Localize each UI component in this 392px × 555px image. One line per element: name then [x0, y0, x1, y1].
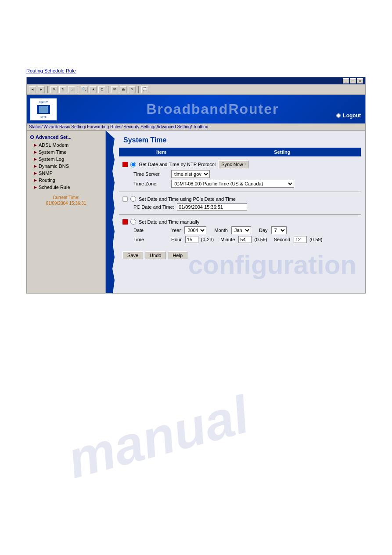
sidebar-item-adsl-modem[interactable]: ▶ ADSL Modem: [27, 141, 105, 149]
manual-time-row-inner: Time Hour (0-23) Minute (0-59) S: [133, 236, 357, 243]
pc-datetime-input[interactable]: [177, 203, 247, 210]
time-zone-select[interactable]: (GMT-08:00) Pacific Time (US & Canada): [171, 180, 294, 188]
forward-button[interactable]: ►: [38, 86, 45, 93]
sidebar-section-header: Advanced Set...: [27, 133, 105, 141]
hour-input[interactable]: [185, 236, 198, 243]
undo-button[interactable]: Undo: [145, 251, 166, 259]
day-label: Day: [259, 228, 268, 233]
minute-label: Minute: [220, 237, 235, 242]
manual-marker: [122, 219, 128, 225]
edit-icon[interactable]: ✎: [129, 86, 136, 93]
logout-button[interactable]: Logout: [343, 112, 361, 119]
sync-now-button[interactable]: Sync Now !: [218, 160, 249, 168]
logo-level-text: level*: [39, 100, 48, 104]
favorites-icon[interactable]: ★: [90, 86, 97, 93]
logo-box: [37, 105, 50, 114]
current-time-label: Current Time:: [27, 191, 105, 201]
separator-1: [47, 86, 48, 93]
manual-radio-row: Set Date and Time manually: [122, 219, 357, 225]
ntp-row: Get Date and Time by NTP Protocol Sync N…: [119, 156, 361, 192]
history-icon[interactable]: ⊙: [98, 86, 105, 93]
save-button[interactable]: Save: [122, 251, 143, 259]
second-input[interactable]: [294, 236, 307, 243]
content-panel: System Time Item Setting: [106, 131, 365, 293]
back-button[interactable]: ◄: [29, 86, 36, 93]
minute-input[interactable]: [238, 236, 252, 243]
logout-area: Logout: [336, 112, 361, 119]
search-icon[interactable]: 🔍: [81, 86, 88, 93]
logo-one-text: one: [40, 115, 46, 119]
sidebar-item-dynamic-dns[interactable]: ▶ Dynamic DNS: [27, 163, 105, 170]
top-link[interactable]: Routing Schedule Rule: [0, 0, 392, 77]
nav-wizard[interactable]: Wizard/: [43, 124, 58, 129]
arrow-icon: ▶: [34, 143, 37, 147]
time-label: Time: [133, 237, 169, 242]
time-server-select[interactable]: time.nist.gov: [171, 170, 210, 178]
pc-time-label: Set Date and Time using PC's Date and Ti…: [139, 196, 236, 202]
current-time-value: 01/09/2004 15:36:31: [27, 201, 105, 206]
logout-radio: [336, 113, 341, 118]
day-select[interactable]: 7: [271, 226, 287, 234]
time-zone-row: Time Zone (GMT-08:00) Pacific Time (US &…: [133, 180, 357, 188]
stop-button[interactable]: ✕: [50, 86, 58, 93]
main-content: Advanced Set... ▶ ADSL Modem ▶ System Ti…: [27, 131, 365, 293]
manual-radio[interactable]: [130, 219, 136, 225]
sidebar-item-snmp[interactable]: ▶ SNMP: [27, 170, 105, 177]
discuss-icon[interactable]: 💬: [141, 86, 148, 93]
sidebar-item-label: Schedule Rule: [39, 185, 70, 190]
refresh-button[interactable]: ↻: [59, 86, 66, 93]
nav-bar: Status/ Wizard/ Basic Setting/ Forwardin…: [27, 123, 365, 131]
time-zone-label: Time Zone: [133, 181, 169, 186]
router-brand-title: BroadbandRouter: [60, 101, 365, 117]
hour-range: (0-23): [201, 237, 214, 242]
nav-basic-setting[interactable]: Basic Setting/: [59, 124, 86, 129]
manual-label: Set Date and Time manually: [139, 219, 199, 225]
settings-table: Item Setting Get Date and Time by NTP: [119, 148, 361, 247]
sidebar-item-system-time[interactable]: ▶ System Time: [27, 149, 105, 156]
arrow-icon: ▶: [34, 157, 37, 161]
sidebar-dot-icon: [30, 135, 34, 139]
col-item: Item: [119, 148, 204, 156]
watermark: manual: [61, 384, 255, 490]
router-logo: level* one: [30, 98, 57, 120]
second-range: (0-59): [309, 237, 322, 242]
time-server-row: Time Server time.nist.gov: [133, 170, 357, 178]
print-icon[interactable]: 🖶: [120, 86, 127, 93]
month-select[interactable]: Jan: [231, 226, 251, 234]
bottom-buttons: Save Undo Help: [119, 247, 361, 264]
pc-datetime-row: PC Date and Time:: [133, 203, 357, 210]
routing-schedule-link[interactable]: Routing Schedule Rule: [26, 68, 76, 73]
pc-datetime-label: PC Date and Time:: [133, 204, 174, 210]
nav-advanced-setting[interactable]: Advanced Setting/: [156, 124, 192, 129]
title-controls: _ □ ×: [343, 78, 363, 83]
sidebar-item-schedule-rule[interactable]: ▶ Schedule Rule: [27, 184, 105, 191]
maximize-button[interactable]: □: [350, 78, 356, 83]
help-button[interactable]: Help: [168, 251, 187, 259]
nav-toolbox[interactable]: Toolbox: [193, 124, 208, 129]
manual-date-row: Date Year 2004 Month Jan: [133, 226, 357, 234]
arrow-icon: ▶: [34, 150, 37, 154]
nav-forwarding-rules[interactable]: Forwarding Rules/: [87, 124, 122, 129]
ntp-radio-row: Get Date and Time by NTP Protocol Sync N…: [122, 160, 357, 168]
minimize-button[interactable]: _: [343, 78, 349, 83]
separator-3: [108, 86, 108, 93]
pc-time-radio[interactable]: [130, 196, 136, 202]
home-button[interactable]: ⌂: [68, 86, 75, 93]
hour-label: Hour: [171, 237, 182, 242]
manual-time-row: Set Date and Time manually Date Year 200…: [119, 215, 361, 247]
col-setting: Setting: [204, 148, 361, 156]
year-label: Year: [171, 228, 181, 233]
nav-status[interactable]: Status/: [29, 124, 43, 129]
close-button[interactable]: ×: [357, 78, 363, 83]
sidebar-item-routing[interactable]: ▶ Routing: [27, 177, 105, 184]
year-select[interactable]: 2004: [184, 226, 206, 234]
mail-icon[interactable]: ✉: [111, 86, 118, 93]
sidebar-item-system-log[interactable]: ▶ System Log: [27, 156, 105, 163]
nav-security-setting[interactable]: Security Setting/: [123, 124, 155, 129]
browser-window: _ □ × ◄ ► ✕ ↻ ⌂ 🔍 ★ ⊙ ✉ 🖶 ✎ 💬 level* one…: [26, 77, 366, 294]
arrow-icon: ▶: [34, 171, 37, 175]
ntp-radio[interactable]: [130, 162, 136, 167]
sidebar-item-label: SNMP: [39, 170, 53, 176]
sidebar-item-label: Routing: [39, 178, 55, 183]
ntp-label: Get Date and Time by NTP Protocol: [139, 162, 216, 167]
